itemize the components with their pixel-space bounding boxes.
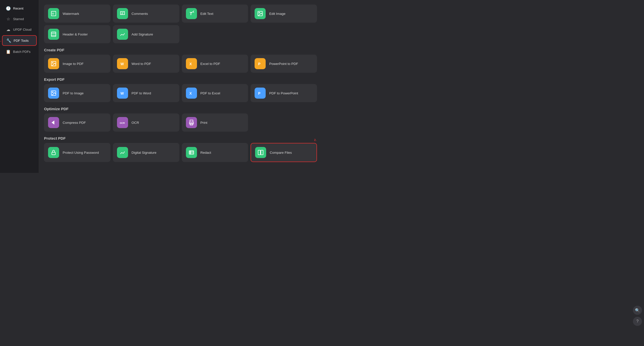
svg-point-13 [52,62,53,63]
svg-rect-27 [52,152,55,155]
tool-header-footer[interactable]: Header & Footer [44,25,110,43]
add-signature-icon [117,29,128,40]
svg-text:W: W [120,91,124,95]
tool-excel-to-pdf[interactable]: X Excel to PDF [182,55,248,73]
svg-rect-31 [190,151,190,154]
create-pdf-title: Create PDF [44,48,317,52]
sidebar: 🕐 Recent ☆ Starred ☁ UPDF Cloud 1. 🔧 PDF… [0,0,39,173]
svg-text:OCR: OCR [120,122,125,124]
tool-edit-image[interactable]: Edit Image [251,5,317,23]
tool-ppt-to-pdf[interactable]: P PowerPoint to PDF [251,55,317,73]
star-icon: ☆ [6,17,11,21]
tool-edit-text[interactable]: T Edit Text [182,5,248,23]
export-pdf-grid: PDF to Image W PDF to Word X PDF to Exce… [44,84,317,102]
tool-add-signature[interactable]: Add Signature [113,25,179,43]
pdf-to-ppt-icon: P [255,88,266,99]
pdf-tools-icon: 🔧 [7,38,11,43]
tool-image-to-pdf[interactable]: Image to PDF [44,55,110,73]
pdf-to-excel-label: PDF to Excel [200,91,220,95]
sidebar-item-updf-cloud[interactable]: ☁ UPDF Cloud [2,25,37,34]
protect-pdf-title: Protect PDF [44,136,317,140]
comments-icon [117,8,128,19]
protect-password-label: Protect Using Password [63,151,99,155]
tool-pdf-to-image[interactable]: PDF to Image [44,84,110,102]
pdf-to-word-label: PDF to Word [132,91,151,95]
edit-image-label: Edit Image [269,12,286,16]
header-footer-icon [48,29,59,40]
word-to-pdf-icon: W [117,58,128,69]
tool-ocr[interactable]: OCR OCR [113,113,179,132]
tool-protect-password[interactable]: Protect Using Password [44,143,110,162]
excel-to-pdf-label: Excel to PDF [200,62,220,66]
compare-files-icon [255,147,266,158]
batch-pdfs-icon: 📋 [6,49,11,54]
edit-text-icon: T [186,8,197,19]
svg-rect-33 [261,150,263,155]
svg-point-18 [52,92,53,93]
tool-watermark[interactable]: W Watermark [44,5,110,23]
optimize-pdf-title: Optimize PDF [44,107,317,111]
tool-digital-signature[interactable]: Digital Signature [113,143,179,162]
tool-print[interactable]: Print [182,113,248,132]
tool-pdf-to-ppt[interactable]: P PDF to PowerPoint [251,84,317,102]
cloud-icon: ☁ [6,27,11,32]
create-pdf-grid: Image to PDF W Word to PDF X Excel to PD… [44,55,317,73]
pdf-to-ppt-label: PDF to PowerPoint [269,91,298,95]
main-content: W Watermark Comments T Edit Text [39,0,322,173]
svg-text:T: T [190,12,192,16]
digital-signature-label: Digital Signature [132,151,156,155]
svg-text:X: X [189,62,192,66]
recent-icon: 🕐 [6,6,11,11]
compress-pdf-label: Compress PDF [63,121,86,125]
annotation-1-label: 1. [0,39,1,42]
annotation-2-label: 2. [314,138,316,141]
edit-pdf-grid-2: Header & Footer Add Signature [44,25,317,43]
sidebar-item-label: Starred [13,17,24,21]
image-to-pdf-icon [48,58,59,69]
svg-text:P: P [258,62,260,66]
tool-word-to-pdf[interactable]: W Word to PDF [113,55,179,73]
ocr-label: OCR [132,121,139,125]
sidebar-item-starred[interactable]: ☆ Starred [2,14,37,24]
svg-rect-24 [190,120,193,122]
sidebar-item-label: PDF Tools [14,39,29,43]
compress-pdf-icon [48,117,59,128]
digital-signature-icon [117,147,128,158]
sidebar-item-recent[interactable]: 🕐 Recent [2,4,37,13]
tool-comments[interactable]: Comments [113,5,179,23]
svg-rect-9 [51,32,56,36]
protect-pdf-grid: Protect Using Password Digital Signature… [44,143,317,162]
sidebar-item-pdf-tools[interactable]: 🔧 PDF Tools [2,35,37,46]
svg-text:P: P [258,91,260,95]
svg-point-8 [259,12,260,13]
tool-redact[interactable]: Redact [182,143,248,162]
ocr-icon: OCR [117,117,128,128]
ppt-to-pdf-label: PowerPoint to PDF [269,62,298,66]
tool-pdf-to-excel[interactable]: X PDF to Excel [182,84,248,102]
sidebar-item-label: Recent [13,7,23,10]
svg-text:X: X [189,91,192,95]
redact-label: Redact [200,151,211,155]
tool-compare-files[interactable]: Compare Files [251,143,317,162]
protect-password-icon [48,147,59,158]
watermark-icon: W [48,8,59,19]
watermark-label: Watermark [63,12,79,16]
edit-pdf-grid: W Watermark Comments T Edit Text [44,5,317,23]
svg-rect-28 [189,151,194,154]
compare-files-label: Compare Files [270,151,292,155]
edit-text-label: Edit Text [200,12,214,16]
svg-text:W: W [120,62,124,66]
optimize-pdf-grid: Compress PDF OCR OCR Print [44,113,317,132]
redact-icon [186,147,197,158]
svg-rect-32 [258,150,260,155]
image-to-pdf-label: Image to PDF [63,62,84,66]
sidebar-item-batch-pdfs[interactable]: 📋 Batch PDFs [2,47,37,56]
add-signature-label: Add Signature [132,32,153,36]
word-to-pdf-label: Word to PDF [132,62,151,66]
export-pdf-title: Export PDF [44,77,317,82]
pdf-to-word-icon: W [117,88,128,99]
tool-compress-pdf[interactable]: Compress PDF [44,113,110,132]
svg-marker-22 [52,121,54,125]
tool-pdf-to-word[interactable]: W PDF to Word [113,84,179,102]
pdf-to-image-icon [48,88,59,99]
